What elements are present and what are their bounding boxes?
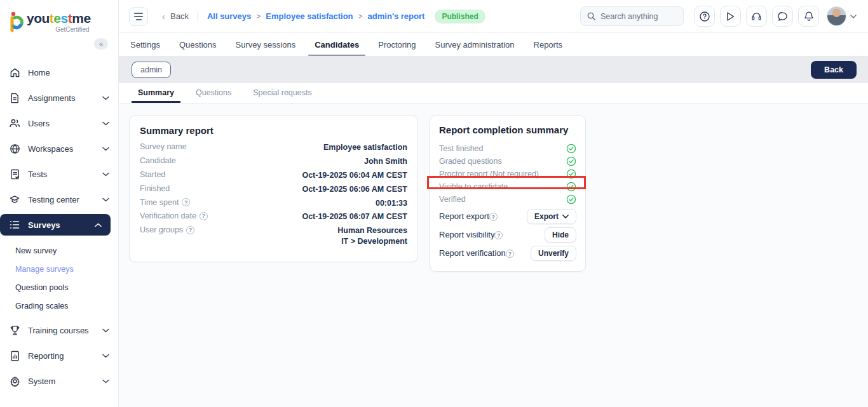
tab-candidates[interactable]: Candidates <box>315 33 359 56</box>
summary-row-started: Started Oct-19-2025 06:04 AM CEST <box>140 170 407 181</box>
subtab-summary[interactable]: Summary <box>132 84 180 103</box>
info-icon[interactable]: ? <box>489 213 498 221</box>
sidebar-subitem-question-pools[interactable]: Question pools <box>0 278 118 297</box>
tab-settings[interactable]: Settings <box>130 33 160 56</box>
summary-row-candidate: Candidate John Smith <box>140 156 407 167</box>
summary-row-survey-name: Survey name Employee satisfaction <box>140 142 407 153</box>
help-button[interactable] <box>694 6 715 27</box>
tutorial-play-button[interactable] <box>720 6 741 27</box>
chevron-down-icon <box>562 215 569 218</box>
export-dropdown-button[interactable]: Export <box>527 209 576 224</box>
summary-row-time-spent: Time spent? 00:01:33 <box>140 198 407 209</box>
info-icon[interactable]: ? <box>494 231 503 239</box>
sidebar-item-home[interactable]: Home <box>0 60 118 85</box>
user-menu[interactable] <box>827 6 857 26</box>
chevron-down-icon <box>102 197 109 202</box>
chevron-down-icon <box>102 328 109 333</box>
header-divider <box>198 11 198 22</box>
avatar[interactable] <box>827 6 846 26</box>
chevron-left-icon: ‹ <box>162 11 165 22</box>
app-root: youtestme GetCertified « Home Assignment… <box>0 0 868 407</box>
chat-button[interactable] <box>772 6 793 27</box>
tab-survey-sessions[interactable]: Survey sessions <box>236 33 296 56</box>
hide-button[interactable]: Hide <box>545 227 576 243</box>
sidebar-item-users[interactable]: Users <box>0 110 118 136</box>
global-search[interactable] <box>580 6 684 26</box>
sidebar: youtestme GetCertified « Home Assignment… <box>0 0 119 407</box>
sidebar-item-reporting[interactable]: Reporting <box>0 343 118 368</box>
header-back-link[interactable]: ‹ Back <box>162 11 189 22</box>
search-icon <box>587 12 595 20</box>
sidebar-subitem-manage-surveys[interactable]: Manage surveys <box>0 260 118 278</box>
surveys-icon <box>9 219 20 230</box>
candidate-toolbar: admin Back <box>119 57 868 83</box>
tab-proctoring[interactable]: Proctoring <box>378 33 416 56</box>
sidebar-collapse-button[interactable]: « <box>94 38 108 50</box>
chevron-down-icon <box>102 96 109 100</box>
subtab-special-requests[interactable]: Special requests <box>247 84 318 103</box>
support-button[interactable] <box>746 6 767 27</box>
search-input[interactable] <box>600 12 677 21</box>
breadcrumb-all-surveys[interactable]: All surveys <box>207 11 251 21</box>
sidebar-nav: Home Assignments Users Wor <box>0 51 118 394</box>
report-content: Summary report Survey name Employee sati… <box>119 103 868 407</box>
youtestme-logo-icon <box>9 9 24 34</box>
workspaces-icon <box>9 143 20 154</box>
tab-questions[interactable]: Questions <box>179 33 217 56</box>
completion-row-visible-to-candidate: Visible to candidate <box>439 180 576 193</box>
chevron-down-icon <box>102 354 109 358</box>
sidebar-item-testing-center[interactable]: Testing center <box>0 187 118 212</box>
unverify-button[interactable]: Unverify <box>531 246 576 261</box>
sidebar-item-workspaces[interactable]: Workspaces <box>0 136 118 161</box>
breadcrumb-report-name[interactable]: admin's report <box>368 11 425 21</box>
breadcrumb: All surveys > Employee satisfaction > ad… <box>207 10 485 23</box>
check-circle-icon <box>566 169 576 179</box>
breadcrumb-survey-name[interactable]: Employee satisfaction <box>266 11 353 21</box>
users-icon <box>9 117 20 129</box>
chat-icon <box>777 11 788 22</box>
summary-report-title: Summary report <box>140 125 407 136</box>
completion-row-verified: Verified <box>439 193 576 206</box>
sidebar-item-tests[interactable]: Tests <box>0 161 118 187</box>
info-icon[interactable]: ? <box>182 198 190 206</box>
completion-row-report-visibility: Report visibility? Hide <box>439 227 576 243</box>
info-icon[interactable]: ? <box>186 226 194 234</box>
sidebar-item-training-courses[interactable]: Training courses <box>0 317 118 343</box>
chevron-down-icon <box>102 121 109 126</box>
sidebar-item-assignments[interactable]: Assignments <box>0 85 118 110</box>
check-circle-icon <box>566 143 576 154</box>
main-area: ‹ Back All surveys > Employee satisfacti… <box>119 0 868 407</box>
training-courses-icon <box>9 324 20 336</box>
completion-row-report-export: Report export? Export <box>439 208 576 224</box>
logo-block: youtestme GetCertified « <box>0 0 118 51</box>
back-button[interactable]: Back <box>811 61 857 79</box>
sidebar-item-system[interactable]: System <box>0 368 118 394</box>
notifications-button[interactable] <box>798 6 819 27</box>
sidebar-subitem-new-survey[interactable]: New survey <box>0 241 118 260</box>
sidebar-subitem-grading-scales[interactable]: Grading scales <box>0 297 118 315</box>
subtab-questions[interactable]: Questions <box>189 84 238 103</box>
report-subtabs: Summary Questions Special requests <box>119 83 868 103</box>
sidebar-item-surveys[interactable]: Surveys <box>0 214 111 236</box>
header-actions <box>580 6 857 27</box>
menu-toggle-button[interactable] <box>129 7 148 26</box>
chevron-down-icon <box>102 172 109 177</box>
testing-center-icon <box>9 194 20 205</box>
help-icon <box>699 11 710 22</box>
info-icon[interactable]: ? <box>200 212 208 220</box>
brand-tagline: GetCertified <box>24 26 91 33</box>
chevron-up-icon <box>95 223 102 227</box>
info-icon[interactable]: ? <box>506 250 514 258</box>
system-gear-icon <box>9 375 20 387</box>
tab-survey-administration[interactable]: Survey administration <box>435 33 515 56</box>
home-icon <box>9 67 20 78</box>
tests-icon <box>9 168 20 180</box>
candidate-chip-admin[interactable]: admin <box>132 62 171 78</box>
completion-row-proctor-report: Proctor report (Not required) <box>439 168 576 180</box>
check-circle-icon <box>566 194 576 204</box>
summary-row-user-groups: User groups? Human ResourcesIT > Develop… <box>140 225 407 247</box>
reporting-icon <box>9 350 20 361</box>
tab-reports[interactable]: Reports <box>534 33 563 56</box>
status-badge: Published <box>435 10 485 23</box>
assignments-icon <box>9 92 20 103</box>
